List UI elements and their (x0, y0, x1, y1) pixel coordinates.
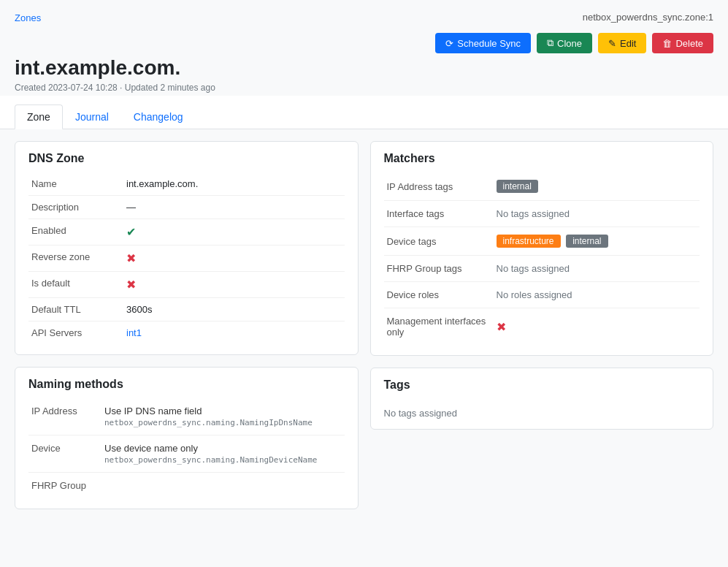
delete-button[interactable]: 🗑 Delete (652, 33, 713, 53)
dns-zone-card: DNS Zone Name int.example.com. Descripti… (15, 141, 359, 355)
naming-methods-card: Naming methods IP Address Use IP DNS nam… (15, 367, 359, 509)
management-interfaces-value: ✖ (494, 308, 700, 346)
cross-icon: ✖ (126, 278, 136, 291)
ip-address-tags-label: IP Address tags (384, 172, 494, 201)
interface-tags-value: No tags assigned (494, 201, 700, 227)
table-row: Interface tags No tags assigned (384, 201, 700, 227)
name-value: int.example.com. (123, 172, 345, 196)
device-roles-label: Device roles (384, 282, 494, 308)
interface-tags-label: Interface tags (384, 201, 494, 227)
tab-journal[interactable]: Journal (63, 104, 121, 129)
table-row: Description — (28, 196, 345, 219)
device-tags-label: Device tags (384, 227, 494, 256)
api-servers-value: int1 (123, 321, 345, 345)
table-row: Management interfaces only ✖ (384, 308, 700, 346)
default-ttl-label: Default TTL (28, 298, 123, 321)
enabled-label: Enabled (28, 219, 123, 246)
naming-methods-table: IP Address Use IP DNS name field netbox_… (28, 398, 345, 498)
matchers-table: IP Address tags internal Interface tags … (384, 172, 700, 345)
cross-icon: ✖ (497, 321, 506, 333)
device-roles-value: No roles assigned (494, 282, 700, 308)
fhrp-group-tags-label: FHRP Group tags (384, 256, 494, 282)
table-row: Default TTL 3600s (28, 298, 345, 321)
tags-title: Tags (371, 368, 713, 399)
management-interfaces-label: Management interfaces only (384, 308, 494, 346)
table-row: IP Address Use IP DNS name field netbox_… (28, 398, 345, 435)
check-icon: ✔ (126, 226, 136, 238)
tags-card: Tags No tags assigned (370, 368, 714, 430)
ip-address-tags-value: internal (494, 172, 700, 201)
page-title: int.example.com. (15, 56, 713, 80)
no-tags-label: No tags assigned (384, 408, 457, 419)
api-servers-label: API Servers (28, 321, 123, 345)
fhrp-group-label: FHRP Group (28, 473, 101, 499)
reverse-zone-value: ✖ (123, 246, 345, 272)
default-ttl-value: 3600s (123, 298, 345, 321)
description-label: Description (28, 196, 123, 219)
table-row: Device Use device name only netbox_power… (28, 435, 345, 473)
enabled-value: ✔ (123, 219, 345, 246)
device-method: Use device name only netbox_powerdns_syn… (101, 435, 345, 473)
ip-address-label: IP Address (28, 398, 101, 435)
dns-zone-table: Name int.example.com. Description — Enab… (28, 172, 345, 344)
table-row: IP Address tags internal (384, 172, 700, 201)
cross-icon: ✖ (126, 252, 136, 265)
page-meta: Created 2023-07-24 10:28 · Updated 2 min… (15, 83, 713, 93)
device-label: Device (28, 435, 101, 473)
record-ref: netbox_powerdns_sync.zone:1 (583, 12, 713, 23)
tag-internal: internal (566, 235, 608, 248)
clone-icon: ⧉ (547, 37, 553, 49)
description-value: — (123, 196, 345, 219)
tag-internal: internal (497, 180, 538, 193)
device-tags-value: infrastructure internal (494, 227, 700, 256)
table-row: Device tags infrastructure internal (384, 227, 700, 256)
table-row: Device roles No roles assigned (384, 282, 700, 308)
ip-address-method: Use IP DNS name field netbox_powerdns_sy… (101, 398, 345, 435)
fhrp-group-method (101, 473, 345, 499)
name-label: Name (28, 172, 123, 196)
matchers-title: Matchers (371, 142, 713, 172)
tab-changelog[interactable]: Changelog (121, 104, 196, 129)
is-default-value: ✖ (123, 272, 345, 298)
table-row: Enabled ✔ (28, 219, 345, 246)
table-row: Reverse zone ✖ (28, 246, 345, 272)
naming-methods-title: Naming methods (15, 368, 358, 398)
matchers-card: Matchers IP Address tags internal Interf… (370, 141, 714, 356)
table-row: Name int.example.com. (28, 172, 345, 196)
is-default-label: Is default (28, 272, 123, 298)
table-row: FHRP Group (28, 473, 345, 499)
fhrp-group-tags-value: No tags assigned (494, 256, 700, 282)
dns-zone-title: DNS Zone (15, 142, 358, 172)
table-row: API Servers int1 (28, 321, 345, 345)
tab-zone[interactable]: Zone (15, 104, 63, 129)
table-row: FHRP Group tags No tags assigned (384, 256, 700, 282)
table-row: Is default ✖ (28, 272, 345, 298)
edit-button[interactable]: ✎ Edit (598, 33, 646, 53)
schedule-sync-button[interactable]: ⟳ Schedule Sync (435, 33, 531, 53)
tab-bar: Zone Journal Changelog (0, 96, 728, 129)
clone-button[interactable]: ⧉ Clone (537, 33, 592, 53)
api-servers-link[interactable]: int1 (126, 327, 142, 338)
tag-infrastructure: infrastructure (497, 235, 561, 248)
trash-icon: 🗑 (662, 38, 672, 49)
zones-breadcrumb[interactable]: Zones (15, 12, 41, 23)
sync-icon: ⟳ (445, 38, 453, 49)
reverse-zone-label: Reverse zone (28, 246, 123, 272)
edit-icon: ✎ (608, 38, 616, 49)
